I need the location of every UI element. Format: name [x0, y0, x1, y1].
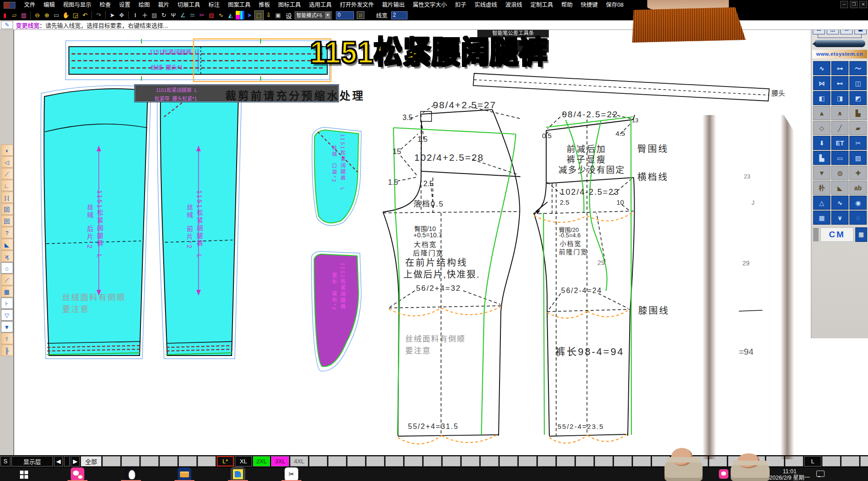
size-button-S[interactable]: S — [0, 456, 10, 467]
sidebar-tool-tile[interactable]: ◫ — [849, 76, 867, 90]
size-cell-empty[interactable] — [499, 456, 518, 467]
menu-item-帮助[interactable]: 帮助 — [557, 0, 577, 10]
size-cell-empty[interactable] — [690, 456, 708, 467]
toolbar-icon[interactable]: ▥ — [19, 11, 28, 19]
sidebar-tool-tile[interactable]: ▼ — [813, 166, 830, 180]
size-cell-empty[interactable] — [423, 456, 441, 467]
toolbar-icon[interactable]: Ψ — [169, 11, 178, 19]
taskbar-app-et-cad[interactable] — [231, 467, 245, 481]
size-cell-empty[interactable] — [141, 456, 159, 467]
sidebar-tool-tile[interactable]: ◍ — [831, 166, 849, 180]
menu-item-保存08[interactable]: 保存08 — [602, 0, 628, 10]
menu-item-绘图[interactable]: 绘图 — [135, 0, 154, 10]
toolbar-icon[interactable]: ＋ — [141, 11, 149, 19]
sidebar-tool-tile[interactable]: ✚ — [849, 166, 867, 180]
size-button-显示层[interactable]: 显示层 — [11, 456, 53, 467]
size-cell-empty[interactable] — [652, 456, 670, 467]
toolbar-icon[interactable]: ＝ — [188, 11, 197, 19]
size-cell-empty[interactable] — [366, 456, 384, 467]
size-cell-empty[interactable] — [160, 456, 178, 467]
sidebar-tool-tile[interactable]: ∨ — [831, 211, 849, 225]
taskbar-app-file-explorer[interactable] — [178, 467, 191, 481]
settings-button[interactable]: 设 — [286, 11, 292, 20]
left-tool-icon[interactable]: ◁ — [1, 156, 13, 168]
menu-item-选用工具[interactable]: 选用工具 — [305, 0, 336, 10]
size-cell-empty[interactable] — [121, 456, 140, 467]
sidebar-tool-tile[interactable]: ⋈ — [813, 76, 830, 90]
size-cell-empty[interactable] — [614, 456, 632, 467]
size-cell-empty[interactable] — [822, 456, 840, 467]
size-cell-empty[interactable] — [728, 456, 746, 467]
size-button-L[interactable]: L — [804, 456, 821, 467]
left-tool-icon[interactable]: ╟ — [1, 345, 13, 356]
taskbar-app-qq[interactable] — [124, 467, 138, 481]
sidebar-tool-tile[interactable]: ◉ — [849, 196, 867, 210]
toolbar-icon[interactable]: ✂ — [198, 11, 206, 19]
menu-item-属性文字大小[interactable]: 属性文字大小 — [409, 0, 451, 10]
toolbar-icon[interactable]: ▣ — [274, 11, 282, 19]
menu-item-实线虚线[interactable]: 实线虚线 — [470, 0, 501, 10]
menu-item-裁片输出[interactable]: 裁片输出 — [378, 0, 409, 10]
tray-icon-wechat-tray[interactable] — [719, 469, 728, 479]
tray-icon-qq-tray-1[interactable] — [732, 469, 742, 479]
left-tool-icon[interactable]: ▽ — [1, 309, 13, 321]
sidebar-tool-tile[interactable]: ⊷ — [831, 76, 849, 90]
sidebar-tool-tile[interactable]: ▭ — [831, 151, 849, 165]
sidebar-tool-tile[interactable]: ▙ — [813, 151, 830, 165]
toolbar-icon[interactable]: ⇩ — [264, 11, 273, 19]
pen-mode-icon[interactable]: ⍁ — [357, 11, 364, 19]
size-cell-empty[interactable] — [747, 456, 765, 467]
left-tool-icon[interactable]: ⟋ — [1, 168, 13, 179]
menu-item-推板[interactable]: 推板 — [255, 0, 274, 10]
menu-item-波浪线[interactable]: 波浪线 — [501, 0, 527, 10]
size-button-◀[interactable]: ◀ — [54, 456, 63, 467]
menu-item-扣子[interactable]: 扣子 — [451, 0, 470, 10]
sidebar-tool-tile[interactable]: ╱ — [831, 121, 849, 135]
size-cell-empty[interactable] — [709, 456, 727, 467]
toolbar-icon[interactable]: ∿ — [217, 11, 225, 19]
size-cell-empty[interactable] — [404, 456, 422, 467]
close-button[interactable]: ✕ — [859, 1, 867, 8]
mode-select[interactable]: 智能模式F5 ▼ — [295, 11, 332, 19]
left-tool-icon[interactable]: 回 — [1, 203, 13, 215]
calculator-icon[interactable]: ▦ — [855, 227, 867, 242]
size-button-▶[interactable]: ▶ — [71, 456, 80, 467]
toolbar-icon[interactable]: ◭ — [226, 11, 235, 19]
toolbar-icon[interactable]: ↻ — [160, 11, 168, 19]
toolbar-icon[interactable]: ✥ — [117, 11, 126, 19]
toolbar-icon[interactable]: ◲ — [71, 11, 80, 19]
linewidth-input[interactable]: 2 — [391, 11, 407, 19]
menu-item-图案工具[interactable]: 图案工具 — [224, 0, 255, 10]
sidebar-tool-tile[interactable]: ▲ — [813, 106, 830, 120]
menu-item-打开外发文件[interactable]: 打开外发文件 — [336, 0, 378, 10]
left-tool-icon[interactable]: ∟ — [1, 180, 13, 191]
left-tool-icon[interactable]: ◖ — [1, 144, 13, 156]
menu-item-视图与显示[interactable]: 视图与显示 — [59, 0, 96, 10]
toolbar-icon[interactable]: ➤ — [245, 11, 254, 19]
sidebar-tool-tile[interactable]: ◨ — [831, 91, 849, 105]
toolbar-icon[interactable]: ↶ — [81, 11, 89, 19]
menu-item-设置[interactable]: 设置 — [115, 0, 135, 10]
size-cell-empty[interactable] — [461, 456, 480, 467]
tolerance-input[interactable]: 0 — [336, 11, 354, 19]
sidebar-tool-tile[interactable]: ab — [849, 181, 867, 195]
sidebar-tool-tile[interactable]: ▦ — [813, 211, 830, 225]
size-cell-empty[interactable] — [198, 456, 216, 467]
menu-item-检查[interactable]: 检查 — [96, 0, 115, 10]
toolbar-icon[interactable]: ▮ — [0, 11, 9, 19]
size-cell-empty[interactable] — [519, 456, 537, 467]
menu-item-图标工具[interactable]: 图标工具 — [274, 0, 305, 10]
sidebar-tool-tile[interactable]: ∿ — [831, 196, 849, 210]
toolbar-icon[interactable]: ∠ — [179, 11, 187, 19]
size-cell-empty[interactable] — [442, 456, 461, 467]
size-cell-empty[interactable] — [557, 456, 575, 467]
left-tool-icon[interactable]: ▼ — [1, 321, 13, 332]
sidebar-tool-tile[interactable]: ET — [831, 136, 849, 150]
toolbar-icon[interactable]: ⊖ — [33, 11, 42, 19]
toolbar-icon[interactable]: ▱ — [10, 11, 19, 19]
toolbar-icon[interactable]: ▨ — [150, 11, 159, 19]
unit-cm-button[interactable]: CM — [820, 227, 853, 242]
left-tool-icon[interactable]: ⊦ — [1, 298, 13, 309]
restore-button[interactable]: ❐ — [850, 1, 858, 8]
size-cell-empty[interactable] — [64, 456, 70, 467]
